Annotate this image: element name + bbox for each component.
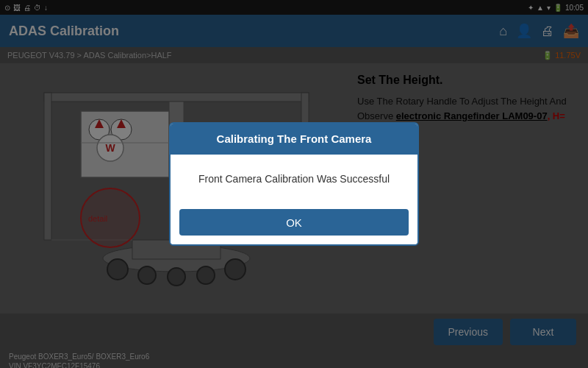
- modal-title: Calibrating The Front Camera: [217, 132, 372, 145]
- ok-button[interactable]: OK: [179, 209, 409, 236]
- modal-body: Front Camera Calibration Was Successful: [171, 155, 417, 203]
- modal-overlay: Calibrating The Front Camera Front Camer…: [0, 0, 588, 368]
- modal-header: Calibrating The Front Camera: [171, 124, 417, 155]
- modal-message: Front Camera Calibration Was Successful: [198, 173, 390, 185]
- modal-footer: OK: [171, 203, 417, 244]
- modal-dialog: Calibrating The Front Camera Front Camer…: [169, 122, 419, 246]
